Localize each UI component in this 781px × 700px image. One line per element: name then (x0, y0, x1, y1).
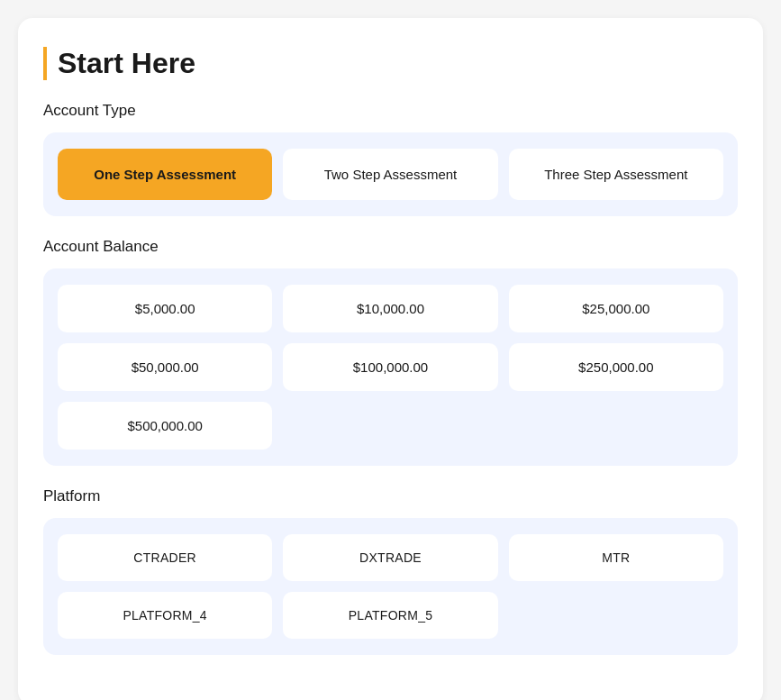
account-type-one-step[interactable]: One Step Assessment (58, 149, 272, 200)
platform-label: Platform (43, 487, 738, 505)
platform-grid-row1: CTRADER DXTRADE MTR (58, 534, 723, 581)
balance-250k[interactable]: $250,000.00 (509, 343, 723, 391)
account-type-section: One Step Assessment Two Step Assessment … (43, 132, 738, 216)
balance-10k[interactable]: $10,000.00 (283, 285, 497, 332)
account-balance-section: $5,000.00 $10,000.00 $25,000.00 $50,000.… (43, 268, 738, 466)
account-type-label: Account Type (43, 102, 738, 120)
balance-500k[interactable]: $500,000.00 (58, 402, 272, 450)
platform-5[interactable]: PLATFORM_5 (283, 592, 497, 639)
balance-5k[interactable]: $5,000.00 (58, 285, 272, 332)
platform-empty-slot (509, 592, 723, 639)
balance-grid: $5,000.00 $10,000.00 $25,000.00 $50,000.… (58, 285, 723, 450)
page-title: Start Here (43, 47, 738, 80)
platform-4[interactable]: PLATFORM_4 (58, 592, 272, 639)
account-balance-label: Account Balance (43, 238, 738, 256)
account-type-two-step[interactable]: Two Step Assessment (283, 149, 497, 200)
account-type-grid: One Step Assessment Two Step Assessment … (58, 149, 723, 200)
platform-section: CTRADER DXTRADE MTR PLATFORM_4 PLATFORM_… (43, 518, 738, 655)
balance-25k[interactable]: $25,000.00 (509, 285, 723, 332)
balance-50k[interactable]: $50,000.00 (58, 343, 272, 391)
platform-ctrader[interactable]: CTRADER (58, 534, 272, 581)
platform-dxtrade[interactable]: DXTRADE (283, 534, 497, 581)
platform-grid-row2: PLATFORM_4 PLATFORM_5 (58, 592, 723, 639)
balance-100k[interactable]: $100,000.00 (283, 343, 497, 391)
platform-mtr[interactable]: MTR (509, 534, 723, 581)
account-type-three-step[interactable]: Three Step Assessment (509, 149, 723, 200)
page-container: Start Here Account Type One Step Assessm… (18, 18, 763, 700)
